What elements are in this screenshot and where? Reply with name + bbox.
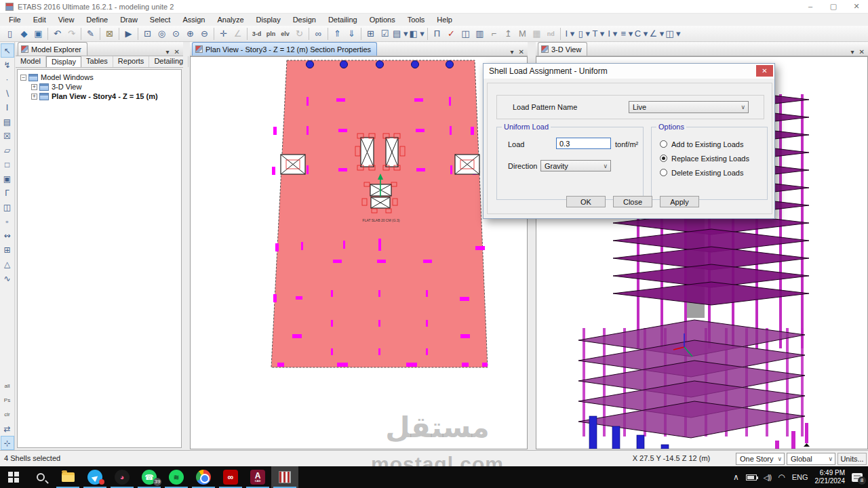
plan-view-canvas[interactable]: FLAT SLAB 20 CM (G.3)	[190, 56, 528, 449]
wall-corner-icon[interactable]: ⌐	[487, 27, 501, 41]
elevation-view-icon[interactable]: elv	[278, 27, 292, 41]
notification-center-icon[interactable]: 8	[852, 473, 863, 482]
autocad[interactable]: ACAD	[244, 466, 271, 488]
rotate-view-icon[interactable]: ↻	[292, 27, 307, 41]
quick-draw-wall-icon[interactable]: ◫	[1, 200, 14, 214]
explorer-tab-reports[interactable]: Reports	[113, 56, 150, 67]
panel-close-icon[interactable]: ✕	[174, 48, 180, 56]
measure-icon[interactable]: ∠	[231, 27, 245, 41]
minimize-button[interactable]: –	[799, 0, 822, 14]
menu-design[interactable]: Design	[287, 14, 322, 25]
draw-wall-icon[interactable]: Γ	[1, 186, 14, 200]
menu-assign[interactable]: Assign	[176, 14, 211, 25]
nd-icon[interactable]: nd	[544, 27, 558, 41]
coord-system-dropdown[interactable]: Global ∨	[787, 453, 835, 465]
load-pattern-dropdown[interactable]: Live ∨	[629, 101, 749, 113]
draw-floor-icon[interactable]: ◫ ▾	[665, 27, 681, 41]
beam-section-icon[interactable]: ◫	[458, 27, 473, 41]
merge-icon[interactable]: M	[515, 27, 530, 41]
move-up-list-icon[interactable]: ⇑	[330, 27, 344, 41]
clock[interactable]: 6:49 PM 2/21/2024	[815, 469, 846, 486]
menu-display[interactable]: Display	[250, 14, 287, 25]
menu-define[interactable]: Define	[80, 14, 114, 25]
tree-expander-icon[interactable]: +	[31, 84, 37, 90]
view-settings-icon[interactable]: ∞	[311, 27, 326, 41]
menu-detailing[interactable]: Detailing	[322, 14, 363, 25]
draw-portal-icon[interactable]: Π	[430, 27, 444, 41]
radio-unselected[interactable]	[660, 140, 667, 148]
pink-media-app[interactable]: ◕	[108, 466, 136, 488]
menu-help[interactable]: Help	[431, 14, 458, 25]
draw-rect-floor-icon[interactable]: □	[1, 157, 14, 171]
menu-view[interactable]: View	[52, 14, 81, 25]
3d-view-icon[interactable]: 3-d	[250, 27, 264, 41]
select-previous-icon[interactable]: Ps	[1, 393, 14, 407]
units-button[interactable]: Units...	[837, 453, 867, 465]
previous-zoom-icon[interactable]: ⊙	[169, 27, 183, 41]
save-icon[interactable]: ▣	[31, 27, 45, 41]
column-section-icon[interactable]: ▥	[473, 27, 487, 41]
object-options-icon[interactable]: ▤ ▾	[392, 27, 408, 41]
move-down-list-icon[interactable]: ⇓	[344, 27, 359, 41]
close-button[interactable]: ✕	[845, 0, 868, 14]
option-row[interactable]: Replace Existing Loads	[660, 151, 767, 165]
spotify[interactable]: ≋	[163, 466, 190, 488]
tree-expander-icon[interactable]: −	[20, 75, 26, 81]
panel-icon[interactable]: ▦	[530, 27, 544, 41]
option-row[interactable]: Delete Existing Loads	[660, 165, 767, 180]
direction-dropdown[interactable]: Gravity ∨	[540, 160, 611, 171]
draw-link-icon[interactable]: ↭	[1, 228, 14, 243]
pan-icon[interactable]: ✛	[216, 27, 231, 41]
menu-select[interactable]: Select	[144, 14, 177, 25]
draw-grid-icon[interactable]: ⊞	[1, 243, 14, 257]
open-file-icon[interactable]: ◆	[17, 27, 31, 41]
model-explorer-tab[interactable]: Model Explorer	[18, 42, 87, 56]
plan-view-icon[interactable]: pln	[264, 27, 278, 41]
load-value-input[interactable]	[556, 138, 611, 149]
tray-chevron-icon[interactable]: ∧	[733, 472, 739, 482]
tree-expander-icon[interactable]: +	[31, 94, 37, 100]
close-button[interactable]: Close	[613, 196, 652, 207]
draw-frame-icon[interactable]: ▯ ▾	[577, 27, 591, 41]
wifi-icon[interactable]: ◠	[778, 472, 785, 482]
start-button[interactable]	[0, 466, 27, 488]
explorer-tab-display[interactable]: Display	[46, 56, 81, 67]
maximize-button[interactable]: ▢	[822, 0, 845, 14]
option-row[interactable]: Add to Existing Loads	[660, 137, 767, 151]
menu-tools[interactable]: Tools	[401, 14, 431, 25]
reshape-icon[interactable]: ↯	[1, 58, 14, 72]
menu-edit[interactable]: Edit	[27, 14, 52, 25]
undo-icon[interactable]: ↶	[50, 27, 64, 41]
quick-draw-frame-icon[interactable]: Ⅰ	[1, 100, 14, 115]
draw-link-icon[interactable]: ∠ ▾	[648, 27, 665, 41]
draw-quick-frame-icon[interactable]: T ▾	[591, 27, 606, 41]
new-model-icon[interactable]: ▯	[3, 27, 17, 41]
speaker-icon[interactable]: ◁))	[764, 474, 771, 481]
draw-floor-icon[interactable]: ▱	[1, 143, 14, 157]
window-close-icon[interactable]: ✕	[519, 48, 524, 56]
explorer-tab-model[interactable]: Model	[16, 56, 46, 67]
shading-options-icon[interactable]: ◧ ▾	[408, 27, 425, 41]
three-d-view-tab[interactable]: 3-D View	[538, 42, 587, 56]
draw-tendon-icon[interactable]: ≡ ▾	[620, 27, 634, 41]
quick-draw-floor-icon[interactable]: ▣	[1, 171, 14, 186]
battery-icon[interactable]	[746, 474, 757, 481]
clear-selection-icon[interactable]: clr	[1, 407, 14, 422]
snap-options-icon[interactable]: ⊹	[1, 436, 14, 450]
window-dropdown-icon[interactable]: ▾	[511, 48, 514, 56]
apply-button[interactable]: Apply	[660, 196, 699, 207]
quick-draw-braces-icon[interactable]: ☒	[1, 129, 14, 143]
zoom-out-icon[interactable]: ⊖	[197, 27, 212, 41]
draw-wall-icon[interactable]: C ▾	[634, 27, 649, 41]
draw-beam-icon[interactable]: Ⅰ ▾	[606, 27, 620, 41]
draw-dimension-icon[interactable]: △	[1, 257, 14, 271]
grid-options-icon[interactable]: ⊞	[363, 27, 378, 41]
draw-joint-icon[interactable]: ∙	[1, 72, 14, 86]
window-dropdown-icon[interactable]: ▾	[851, 48, 854, 56]
chrome[interactable]	[190, 466, 217, 488]
redo-icon[interactable]: ↷	[64, 27, 79, 41]
radio-unselected[interactable]	[660, 169, 667, 176]
menu-analyze[interactable]: Analyze	[211, 14, 250, 25]
draw-opening-icon[interactable]: ▫	[1, 214, 14, 228]
zoom-in-icon[interactable]: ⊕	[183, 27, 197, 41]
